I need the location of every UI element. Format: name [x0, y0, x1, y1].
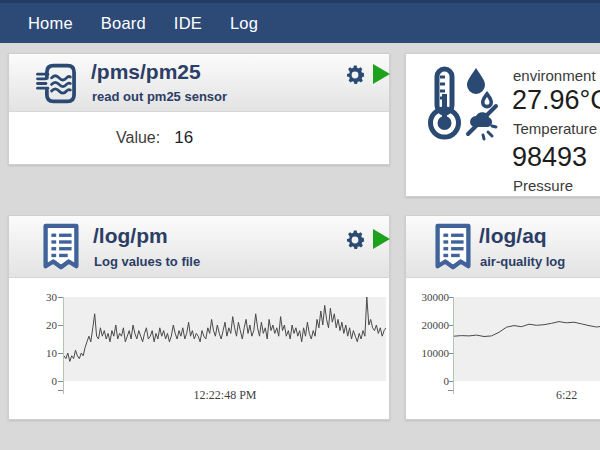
card-subtitle: air-quality log: [480, 254, 565, 269]
y-tick-label: 0: [409, 375, 449, 388]
settings-gear-icon[interactable]: [343, 228, 367, 252]
pressure-label: Pressure: [513, 177, 573, 194]
dashboard-page: { "navbar": { "items": [ { "label": "Hom…: [0, 0, 600, 450]
y-tick-label: 0: [17, 375, 57, 388]
card-pms-pm25: /pms/pm25 read out pm25 sensor Value:16: [8, 53, 390, 165]
y-tick-label: 20: [17, 319, 57, 332]
card-subtitle: read out pm25 sensor: [92, 89, 227, 104]
nav-item-log[interactable]: Log: [216, 3, 272, 43]
card-title: /log/aq: [479, 224, 547, 248]
card-subtitle: Log values to file: [94, 254, 200, 269]
nav-item-board[interactable]: Board: [87, 3, 160, 43]
y-tick-label: 20000: [409, 319, 449, 332]
environment-sensor-icon: [424, 64, 506, 150]
pressure-value: 98493: [512, 142, 587, 173]
card-pms-pm25-header: /pms/pm25 read out pm25 sensor: [9, 54, 389, 112]
y-tick-label: 30000: [409, 291, 449, 304]
temperature-label: Temperature: [513, 120, 597, 137]
card-title: /pms/pm25: [91, 60, 201, 84]
y-tick-label: 10000: [409, 347, 449, 360]
x-axis-time-label: 12:22:48 PM: [64, 388, 386, 403]
card-log-pm: /log/pm Log values to file 30 20 10 0 12…: [8, 215, 390, 420]
pm-chart-plot-area: [64, 297, 386, 381]
x-axis-time-label: 6:22: [556, 388, 577, 403]
card-log-aq-header: /log/aq air-quality log: [406, 216, 600, 278]
run-play-button[interactable]: [373, 229, 390, 249]
air-sensor-icon: [35, 61, 85, 110]
log-file-icon: [37, 223, 85, 277]
value-label: Value:: [116, 129, 160, 146]
top-navbar: Home Board IDE Log: [0, 0, 600, 43]
environment-name-label: environment: [513, 67, 596, 84]
card-log-pm-header: /log/pm Log values to file: [9, 216, 389, 278]
temperature-value: 27.96°C: [512, 85, 600, 116]
card-log-aq: /log/aq air-quality log 30000 20000 1000…: [405, 215, 600, 420]
pm-line-series: [64, 297, 386, 381]
card-environment: environment 27.96°C Temperature 98493 Pr…: [405, 53, 600, 197]
log-file-icon: [429, 223, 477, 277]
nav-item-home[interactable]: Home: [14, 3, 87, 43]
nav-item-ide[interactable]: IDE: [160, 3, 216, 43]
pm25-value: 16: [174, 128, 193, 147]
aq-chart-plot-area: [454, 297, 600, 381]
settings-gear-icon[interactable]: [343, 63, 367, 87]
run-play-button[interactable]: [373, 64, 390, 84]
pm-chart: 30 20 10 0 12:22:48 PM: [9, 278, 389, 419]
y-tick-label: 30: [17, 291, 57, 304]
aq-line-series: [454, 297, 600, 381]
card-title: /log/pm: [93, 224, 168, 248]
aq-chart: 30000 20000 10000 0 6:22: [406, 278, 600, 419]
y-tick-label: 10: [17, 347, 57, 360]
